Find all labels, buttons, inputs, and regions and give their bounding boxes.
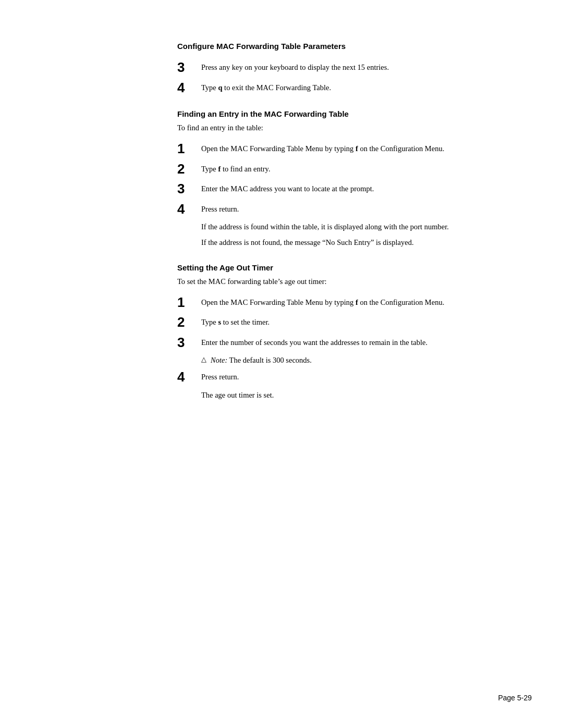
age-out-step-1-text: Open the MAC Forwarding Table Menu by ty…	[201, 295, 444, 309]
age-out-note-text: Note: The default is 300 seconds.	[211, 355, 312, 366]
step-3-text: Press any key on your keyboard to displa…	[201, 60, 389, 73]
age-out-intro: To set the MAC forwarding table’s age ou…	[177, 276, 490, 288]
age-out-step-4: 4 Press return.	[177, 369, 490, 385]
step-4-text: Type q to exit the MAC Forwarding Table.	[201, 80, 331, 94]
age-out-heading: Setting the Age Out Timer	[177, 263, 490, 272]
finding-step-2-text: Type f to find an entry.	[201, 162, 271, 175]
finding-step-4-text: Press return.	[201, 202, 239, 215]
configure-heading: Configure MAC Forwarding Table Parameter…	[177, 42, 490, 51]
finding-step-number-4: 4	[177, 202, 196, 217]
age-out-step-3: 3 Enter the number of seconds you want t…	[177, 335, 490, 350]
age-out-step-number-2: 2	[177, 315, 196, 330]
age-out-step-number-4: 4	[177, 369, 196, 385]
finding-step-number-3: 3	[177, 181, 196, 196]
finding-step-number-1: 1	[177, 141, 196, 156]
note-label: Note:	[211, 356, 227, 364]
finding-intro: To find an entry in the table:	[177, 122, 490, 134]
finding-note-1: If the address is found within the table…	[201, 221, 490, 233]
finding-step-2: 2 Type f to find an entry.	[177, 162, 490, 177]
age-out-step-3-text: Enter the number of seconds you want the…	[201, 335, 427, 349]
age-out-step-2: 2 Type s to set the timer.	[177, 315, 490, 330]
key-f-2: f	[218, 165, 221, 173]
page-container: Configure MAC Forwarding Table Parameter…	[0, 0, 563, 728]
content-area: Configure MAC Forwarding Table Parameter…	[177, 42, 490, 401]
age-out-step-1: 1 Open the MAC Forwarding Table Menu by …	[177, 295, 490, 310]
key-s: s	[218, 318, 221, 326]
key-f-3: f	[356, 298, 358, 306]
age-out-note-row: △ Note: The default is 300 seconds.	[201, 355, 490, 366]
finding-step-1-text: Open the MAC Forwarding Table Menu by ty…	[201, 141, 444, 155]
key-q: q	[218, 83, 222, 92]
step-number-4: 4	[177, 80, 196, 95]
age-out-final-note: The age out timer is set.	[201, 390, 490, 401]
page-footer: Page 5-29	[498, 694, 532, 702]
age-out-step-4-text: Press return.	[201, 369, 239, 383]
finding-step-number-2: 2	[177, 162, 196, 177]
note-content: The default is 300 seconds.	[229, 356, 312, 364]
age-out-step-number-3: 3	[177, 335, 196, 350]
finding-step-4: 4 Press return.	[177, 202, 490, 217]
step-number-3: 3	[177, 60, 196, 75]
age-out-step-number-1: 1	[177, 295, 196, 310]
note-triangle-icon: △	[201, 355, 206, 364]
age-out-step-2-text: Type s to set the timer.	[201, 315, 270, 328]
key-f-1: f	[356, 144, 358, 153]
finding-heading: Finding an Entry in the MAC Forwarding T…	[177, 109, 490, 118]
finding-note-2: If the address is not found, the message…	[201, 237, 490, 249]
finding-step-1: 1 Open the MAC Forwarding Table Menu by …	[177, 141, 490, 156]
configure-step-4: 4 Type q to exit the MAC Forwarding Tabl…	[177, 80, 490, 95]
finding-step-3-text: Enter the MAC address you want to locate…	[201, 181, 374, 195]
configure-step-3: 3 Press any key on your keyboard to disp…	[177, 60, 490, 75]
finding-step-3: 3 Enter the MAC address you want to loca…	[177, 181, 490, 196]
